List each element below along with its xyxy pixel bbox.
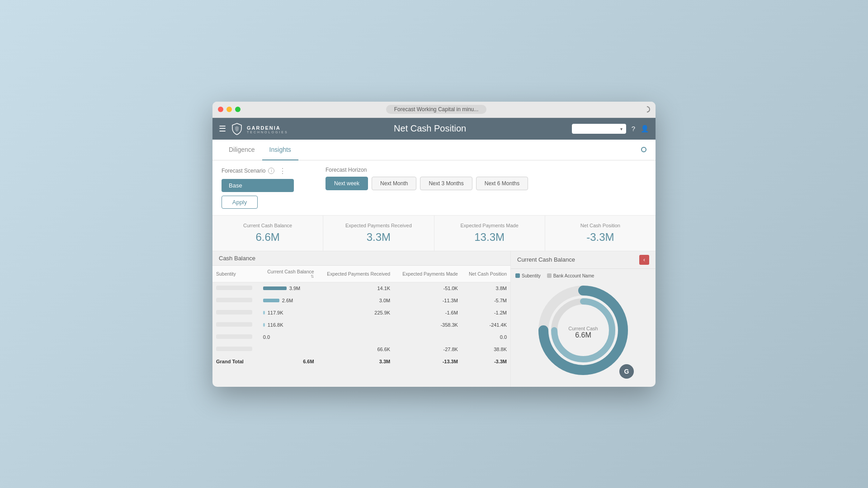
forecast-right: Forecast Horizon Next week Next Month Ne… (326, 167, 646, 190)
forecast-scenario-label: Forecast Scenario i ⋮ (222, 167, 312, 175)
gardenia-watermark: G (619, 364, 634, 379)
cell-net-cash: -5.7M (462, 294, 510, 306)
theme-toggle-icon[interactable] (644, 106, 650, 113)
stat-value-payments-received: 3.3M (332, 231, 425, 244)
header-left: ☰ GARDENIA TECHNOLOGIES (219, 122, 288, 135)
tabs-right (641, 140, 646, 160)
logo-shield-icon (231, 122, 243, 135)
tab-diligence[interactable]: Diligence (222, 140, 262, 160)
col-subentity: Subentity (212, 266, 259, 282)
grand-total-row: Grand Total 6.6M 3.3M -13.3M -3.3M (212, 355, 510, 367)
legend-dot-subentity (515, 273, 520, 278)
chart-legend: Subentity Bank Account Name (515, 273, 594, 278)
stat-payments-received: Expected Payments Received 3.3M (323, 216, 434, 251)
status-indicator (641, 147, 646, 152)
table-row: 117.9K225.9K-1.6M-1.2M (212, 306, 510, 319)
stat-value-payments-made: 13.3M (443, 231, 536, 244)
cell-payments-received: 225.9K (318, 306, 394, 319)
stat-current-cash: Current Cash Balance 6.6M (212, 216, 323, 251)
maximize-button[interactable] (235, 107, 241, 112)
grand-total-label: Grand Total (212, 355, 259, 367)
sort-icon[interactable]: ⇅ (311, 274, 314, 279)
chart-title: Current Cash Balance (517, 256, 575, 263)
cell-payments-made: -27.8K (394, 343, 462, 355)
table-row: 66.6K-27.8K38.8K (212, 343, 510, 355)
cell-net-cash: 3.8M (462, 282, 510, 294)
chart-toggle-button[interactable]: ‹ (639, 255, 649, 265)
cell-current-cash (259, 343, 318, 355)
app-window: Forecast Working Capital in minu... ☰ GA… (212, 102, 656, 387)
horizon-next-3-months[interactable]: Next 3 Months (420, 177, 472, 190)
entity-dropdown[interactable] (572, 124, 626, 134)
title-bar-right (632, 106, 650, 113)
cell-subentity (212, 294, 259, 306)
stats-row: Current Cash Balance 6.6M Expected Payme… (212, 216, 656, 251)
bottom-section: Cash Balance Subentity Current Cash Bala… (212, 251, 656, 387)
forecast-more-icon[interactable]: ⋮ (279, 167, 286, 175)
forecast-left: Forecast Scenario i ⋮ Base Apply (222, 167, 312, 209)
cell-payments-received (318, 319, 394, 331)
horizon-next-month[interactable]: Next Month (372, 177, 416, 190)
stat-label-payments-received: Expected Payments Received (332, 223, 425, 228)
grand-total-cash: 6.6M (259, 355, 318, 367)
help-icon[interactable]: ? (632, 125, 635, 132)
tab-insights[interactable]: Insights (262, 140, 298, 160)
close-button[interactable] (218, 107, 223, 112)
donut-center-value: 6.6M (568, 331, 598, 339)
minimize-button[interactable] (226, 107, 232, 112)
cell-current-cash: 117.9K (259, 306, 318, 319)
title-bar-center: Forecast Working Capital in minu... (241, 105, 632, 114)
cell-current-cash: 116.8K (259, 319, 318, 331)
base-scenario-button[interactable]: Base (222, 179, 294, 192)
cell-subentity (212, 331, 259, 343)
cell-subentity (212, 343, 259, 355)
hamburger-icon[interactable]: ☰ (219, 124, 226, 134)
stat-label-payments-made: Expected Payments Made (443, 223, 536, 228)
horizon-next-6-months[interactable]: Next 6 Months (476, 177, 528, 190)
donut-chart: Current Cash 6.6M G (529, 283, 637, 382)
stat-label-current-cash: Current Cash Balance (222, 223, 314, 228)
col-current-cash: Current Cash Balance ⇅ (259, 266, 318, 282)
cell-payments-made (394, 331, 462, 343)
forecast-info-icon[interactable]: i (268, 168, 274, 174)
tabs-bar: Diligence Insights (212, 140, 656, 160)
table-header: Cash Balance (212, 251, 510, 266)
forecast-horizon-label: Forecast Horizon (326, 167, 646, 173)
entity-selector[interactable] (572, 124, 626, 134)
apply-button[interactable]: Apply (222, 196, 258, 209)
legend-dot-bank-account (547, 273, 552, 278)
cell-payments-received: 3.0M (318, 294, 394, 306)
cell-payments-made: -11.3M (394, 294, 462, 306)
grand-total-net: -3.3M (462, 355, 510, 367)
col-payments-received: Expected Payments Received (318, 266, 394, 282)
donut-center-title: Current Cash (568, 326, 598, 331)
cell-subentity (212, 306, 259, 319)
app-header: ☰ GARDENIA TECHNOLOGIES Net Cash Positio… (212, 118, 656, 140)
stat-value-current-cash: 6.6M (222, 231, 314, 244)
cell-payments-received: 14.1K (318, 282, 394, 294)
col-payments-made: Expected Payments Made (394, 266, 462, 282)
horizon-next-week[interactable]: Next week (326, 177, 368, 190)
cell-payments-received (318, 331, 394, 343)
table-row: 2.6M3.0M-11.3M-5.7M (212, 294, 510, 306)
logo-area: GARDENIA TECHNOLOGIES (231, 122, 288, 135)
cell-subentity (212, 282, 259, 294)
page-title: Net Cash Position (288, 123, 572, 134)
stat-value-net-cash: -3.3M (554, 231, 646, 244)
user-icon[interactable]: 👤 (641, 125, 649, 133)
donut-label: Current Cash 6.6M (568, 326, 598, 339)
table-row: 0.00.0 (212, 331, 510, 343)
cell-net-cash: -241.4K (462, 319, 510, 331)
chart-header: Current Cash Balance ‹ (511, 251, 656, 269)
stat-label-net-cash: Net Cash Position (554, 223, 646, 228)
cell-payments-received: 66.6K (318, 343, 394, 355)
cell-current-cash: 0.0 (259, 331, 318, 343)
col-net-cash: Net Cash Position (462, 266, 510, 282)
cell-current-cash: 2.6M (259, 294, 318, 306)
cell-subentity (212, 319, 259, 331)
traffic-lights (218, 107, 241, 112)
table-row: 116.8K-358.3K-241.4K (212, 319, 510, 331)
chart-body: Subentity Bank Account Name (511, 269, 656, 387)
data-table: Subentity Current Cash Balance ⇅ Expecte (212, 266, 510, 368)
grand-total-made: -13.3M (394, 355, 462, 367)
